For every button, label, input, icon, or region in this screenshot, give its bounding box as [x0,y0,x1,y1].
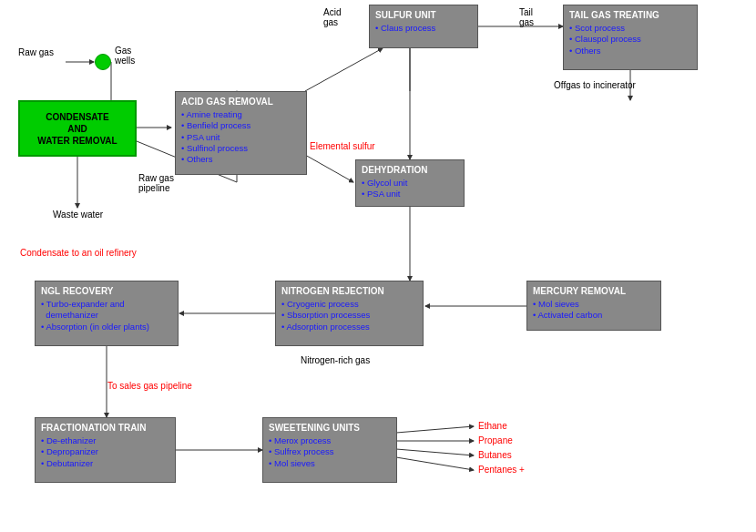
svg-line-3 [305,48,383,91]
raw-gas-pipeline-label: Raw gaspipeline [138,173,174,193]
offgas-label: Offgas to incinerator [554,80,636,90]
tail-gas-treating-box: TAIL GAS TREATING Scot process Clauspol … [563,5,698,70]
condensate-box: CONDENSATEANDWATER REMOVAL [18,100,137,157]
waste-water-label: Waste water [53,210,103,220]
fractionation-box: FRACTIONATION TRAIN De-ethanizer Depropa… [35,417,176,483]
sulfur-unit-box: SULFUR UNIT Claus process [369,5,478,48]
pentanes-label: Pentanes + [478,465,525,475]
raw-gas-label: Raw gas [18,47,54,57]
svg-line-14 [396,457,474,470]
gas-wells-circle [95,54,111,70]
svg-line-5 [305,155,353,182]
sweetening-box: SWEETENING UNITS Merox process Sulfrex p… [262,417,397,483]
butanes-label: Butanes [478,450,512,460]
tail-gas-label: Tailgas [519,7,534,27]
sales-pipeline-label: To sales gas pipeline [107,381,192,391]
diagram: Raw gas Gaswells Acidgas Tailgas Element… [0,0,756,532]
svg-line-13 [396,449,474,455]
elemental-sulfur-label: Elemental sulfur [310,141,375,151]
gas-wells-label: Gaswells [115,46,135,66]
dehydration-box: DEHYDRATION Glycol unit PSA unit [355,159,465,207]
acid-gas-removal-box: ACID GAS REMOVAL Amine treating Benfield… [175,91,307,175]
nitrogen-rejection-box: NITROGEN REJECTION Cryogenic process Sbs… [275,281,424,346]
propane-label: Propane [478,435,513,445]
acid-gas-label: Acidgas [323,7,341,27]
ethane-label: Ethane [478,421,507,431]
svg-line-11 [396,426,474,433]
condensate-refinery-label: Condensate to an oil refinery [20,248,137,258]
ngl-recovery-box: NGL RECOVERY Turbo-expander and demethan… [35,281,179,346]
mercury-removal-box: MERCURY REMOVAL Mol sieves Activated car… [526,281,661,331]
nitrogen-rich-label: Nitrogen-rich gas [301,355,370,365]
